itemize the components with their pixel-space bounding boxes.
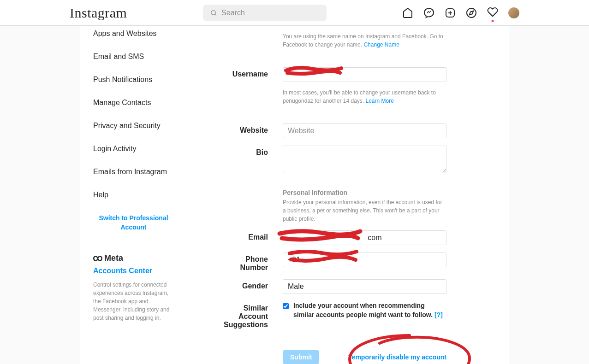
username-label: Username xyxy=(216,67,283,105)
profile-avatar[interactable] xyxy=(508,7,519,18)
change-name-link[interactable]: Change Name xyxy=(363,41,399,48)
meta-logo: Meta xyxy=(93,253,174,263)
email-input[interactable] xyxy=(283,230,446,245)
website-input[interactable] xyxy=(283,123,446,138)
bio-input[interactable] xyxy=(283,146,446,173)
nav-icons xyxy=(402,6,519,19)
meta-description: Control settings for connected experienc… xyxy=(93,281,174,322)
username-input[interactable] xyxy=(283,67,446,82)
gender-label: Gender xyxy=(216,279,283,294)
sidebar-item-help[interactable]: Help xyxy=(79,183,188,206)
meta-infinity-icon xyxy=(93,255,102,262)
bio-label: Bio xyxy=(216,146,283,175)
svg-point-0 xyxy=(211,10,216,15)
explore-icon[interactable] xyxy=(466,7,477,18)
sidebar-item-login-activity[interactable]: Login Activity xyxy=(79,137,188,160)
accounts-center-link[interactable]: Accounts Center xyxy=(93,267,174,275)
website-label: Website xyxy=(216,123,283,138)
phone-label: Phone Number xyxy=(216,252,283,272)
activity-icon[interactable] xyxy=(487,6,498,18)
new-post-icon[interactable] xyxy=(445,7,456,18)
search-input[interactable] xyxy=(221,9,319,17)
email-label: Email xyxy=(216,230,283,245)
phone-input[interactable] xyxy=(283,252,446,267)
svg-marker-6 xyxy=(470,11,473,14)
similar-suggestions-label: Similar Account Suggestions xyxy=(216,301,283,329)
username-learn-more-link[interactable]: Learn More xyxy=(365,98,393,104)
name-help-text: You are using the same name on Instagram… xyxy=(283,32,446,49)
sidebar-item-apps-websites[interactable]: Apps and Websites xyxy=(79,26,188,45)
svg-point-5 xyxy=(467,8,476,18)
similar-accounts-checkbox[interactable] xyxy=(283,303,289,309)
sidebar-item-privacy-security[interactable]: Privacy and Security xyxy=(79,114,188,137)
similar-accounts-help-link[interactable]: [?] xyxy=(434,311,443,318)
sidebar-item-emails-instagram[interactable]: Emails from Instagram xyxy=(79,160,188,183)
settings-sidebar: Apps and Websites Email and SMS Push Not… xyxy=(79,26,188,364)
svg-line-1 xyxy=(215,14,216,15)
search-icon xyxy=(210,9,217,17)
switch-professional-link[interactable]: Switch to Professional Account xyxy=(79,206,188,239)
sidebar-item-push-notifications[interactable]: Push Notifications xyxy=(79,68,188,91)
meta-accounts-center-box: Meta Accounts Center Control settings fo… xyxy=(79,244,188,331)
notification-indicator xyxy=(492,20,494,22)
personal-info-description: Provide your personal information, even … xyxy=(283,198,446,223)
settings-container: Apps and Websites Email and SMS Push Not… xyxy=(79,26,510,364)
gender-input[interactable] xyxy=(283,279,446,294)
home-icon[interactable] xyxy=(402,7,413,18)
edit-profile-form: You are using the same name on Instagram… xyxy=(188,26,510,364)
temporarily-disable-link[interactable]: Temporarily disable my account xyxy=(348,353,446,361)
meta-brand-text: Meta xyxy=(104,253,123,263)
username-help-text: In most cases, you'll be able to change … xyxy=(283,88,446,105)
messenger-icon[interactable] xyxy=(423,7,434,18)
search-box[interactable] xyxy=(203,5,327,21)
submit-button[interactable]: Submit xyxy=(283,350,319,364)
sidebar-item-manage-contacts[interactable]: Manage Contacts xyxy=(79,91,188,114)
instagram-logo[interactable]: Instagram xyxy=(70,5,127,21)
similar-accounts-checkbox-label: Include your account when recommending s… xyxy=(293,301,446,319)
sidebar-item-email-sms[interactable]: Email and SMS xyxy=(79,45,188,68)
personal-info-heading: Personal Information xyxy=(283,189,446,196)
top-navigation: Instagram xyxy=(0,0,589,26)
